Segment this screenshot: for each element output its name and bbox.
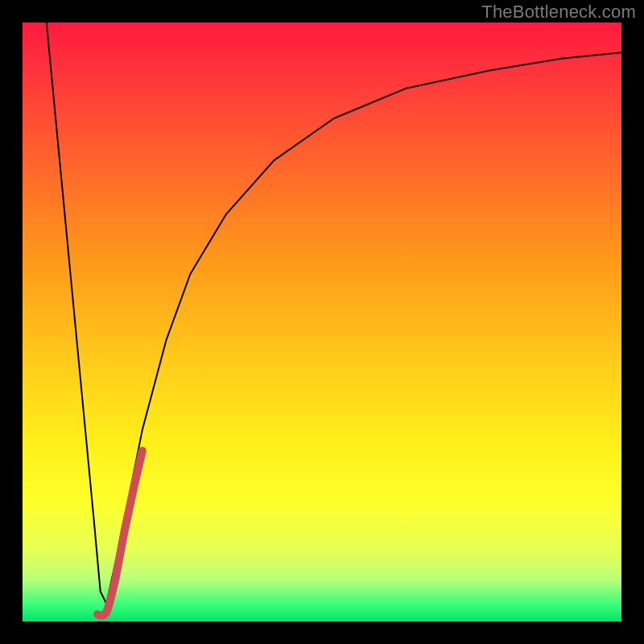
watermark-text: TheBottleneck.com bbox=[481, 2, 636, 23]
series-black-curve bbox=[47, 23, 621, 604]
plot-area bbox=[23, 23, 621, 621]
curve-layer bbox=[23, 23, 621, 621]
chart-frame: TheBottleneck.com bbox=[0, 0, 644, 644]
series-red-segment bbox=[97, 451, 142, 616]
